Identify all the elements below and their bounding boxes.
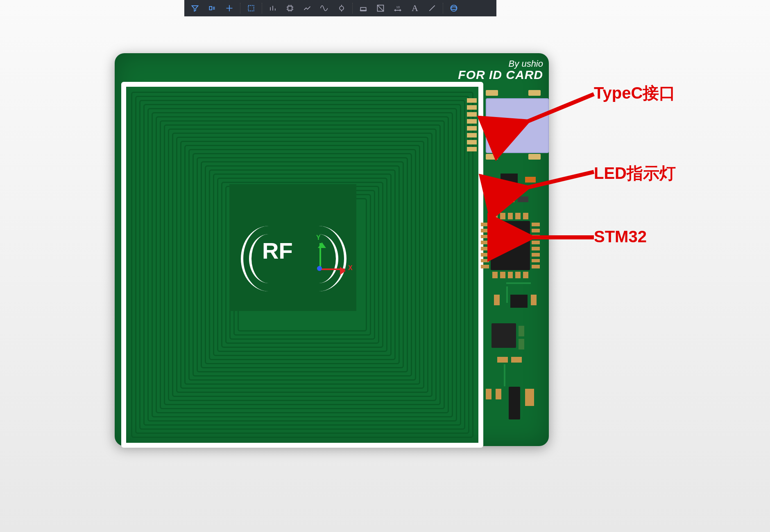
origin-dot-icon [317, 266, 322, 271]
capacitor [525, 177, 536, 183]
route-icon[interactable] [299, 1, 315, 16]
led-indicator [518, 196, 528, 202]
component-icon[interactable] [282, 1, 298, 16]
component-strip [478, 82, 543, 438]
sot223-regulator [509, 387, 520, 419]
stm32-footprint [479, 213, 541, 278]
toolbar-separator [262, 3, 262, 14]
svg-point-3 [340, 6, 344, 10]
capacitor [481, 177, 491, 183]
silkscreen-credit: By ushio [458, 59, 543, 68]
svg-text:10: 10 [396, 5, 400, 9]
axis-y [319, 243, 321, 268]
toolbar-separator [443, 3, 443, 14]
resistor [511, 357, 522, 363]
copper-pour-icon[interactable] [355, 1, 371, 16]
capacitor [519, 326, 524, 336]
svg-point-8 [451, 7, 457, 10]
ic-pins-left [481, 223, 489, 268]
canvas[interactable]: By ushio FOR ID CARD [0, 16, 770, 532]
typec-pins [467, 98, 477, 151]
align-icon[interactable] [265, 1, 281, 16]
toolbar-separator [240, 3, 240, 14]
callout-stm32: STM32 [594, 228, 647, 246]
svg-point-7 [451, 5, 457, 11]
svg-rect-0 [209, 7, 212, 10]
mounting-pad [486, 90, 498, 96]
ic-pins-top [492, 213, 528, 219]
typec-connector [486, 98, 549, 153]
resistor [497, 357, 508, 363]
callout-led: LED指示灯 [594, 162, 676, 185]
capacitor [494, 295, 500, 305]
callout-typec: TypeC接口 [594, 82, 675, 104]
svg-rect-2 [288, 6, 292, 10]
stm32-chip [491, 221, 530, 270]
toolbar-separator [352, 3, 353, 14]
ic-pins-right [532, 223, 540, 268]
resistor [504, 196, 514, 202]
capacitor [519, 339, 524, 349]
axis-x-label: X [348, 264, 353, 272]
signal-icon[interactable] [316, 1, 333, 16]
dimension-icon[interactable]: 10 [390, 1, 406, 16]
silkscreen-text: By ushio FOR ID CARD [458, 59, 543, 81]
via-icon[interactable] [333, 1, 350, 16]
toolbar: 10 A [184, 0, 496, 16]
crystal [491, 323, 516, 348]
line-icon[interactable] [424, 1, 440, 16]
mounting-pad [528, 90, 541, 96]
filter-icon[interactable] [187, 1, 203, 16]
select-rect-icon[interactable] [243, 1, 259, 16]
snap-grid-icon[interactable] [204, 1, 220, 16]
resistor [490, 196, 500, 202]
3d-view-icon[interactable] [446, 1, 462, 16]
crosshair-icon[interactable] [221, 1, 238, 16]
ic-pins-bottom [492, 272, 528, 278]
sot23-ic [500, 174, 518, 187]
svg-rect-1 [248, 5, 254, 11]
text-icon[interactable]: A [407, 1, 423, 16]
sot23-ic [510, 295, 528, 308]
pcb-board: By ushio FOR ID CARD [115, 53, 549, 446]
mounting-pad [528, 154, 541, 160]
capacitor [496, 389, 501, 399]
silkscreen-title: FOR ID CARD [458, 68, 543, 81]
rf-wave-icon [241, 226, 297, 291]
mounting-pad [486, 154, 498, 160]
capacitor [486, 389, 491, 399]
axis-x [320, 268, 345, 270]
measure-icon[interactable] [372, 1, 389, 16]
axis-y-label: Y [316, 234, 321, 241]
capacitor [531, 295, 537, 305]
regulator-tab [525, 389, 534, 406]
